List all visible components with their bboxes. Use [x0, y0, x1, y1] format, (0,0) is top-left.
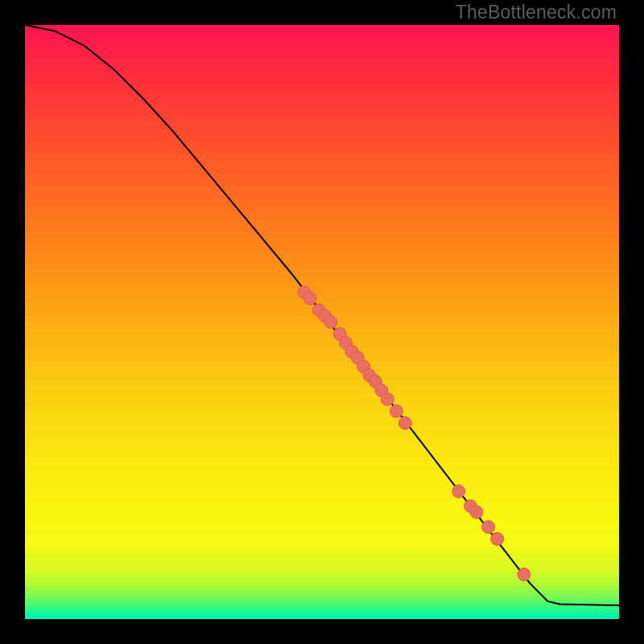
chart-stage: TheBottleneck.com — [0, 0, 644, 644]
data-point — [324, 316, 337, 328]
watermark-text: TheBottleneck.com — [456, 2, 617, 23]
data-point — [303, 292, 316, 305]
plot-area — [25, 25, 619, 619]
curve-svg — [25, 25, 619, 619]
data-point — [452, 485, 465, 497]
data-point — [518, 568, 530, 581]
data-point — [491, 532, 504, 545]
data-point — [381, 393, 394, 406]
data-point — [470, 506, 483, 518]
data-point — [398, 417, 411, 430]
data-point — [482, 521, 495, 534]
data-point — [390, 405, 402, 418]
